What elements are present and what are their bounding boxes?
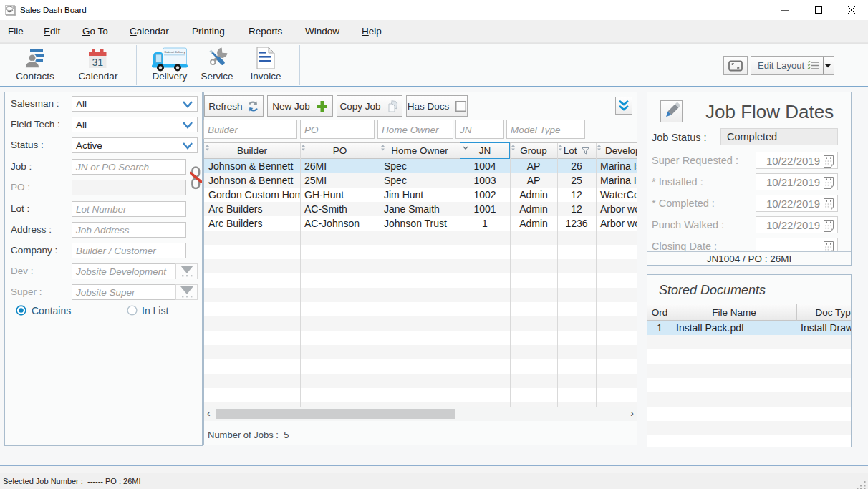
svg-text:31: 31: [92, 57, 103, 68]
svg-text:Cabinet Delivery: Cabinet Delivery: [164, 50, 185, 54]
